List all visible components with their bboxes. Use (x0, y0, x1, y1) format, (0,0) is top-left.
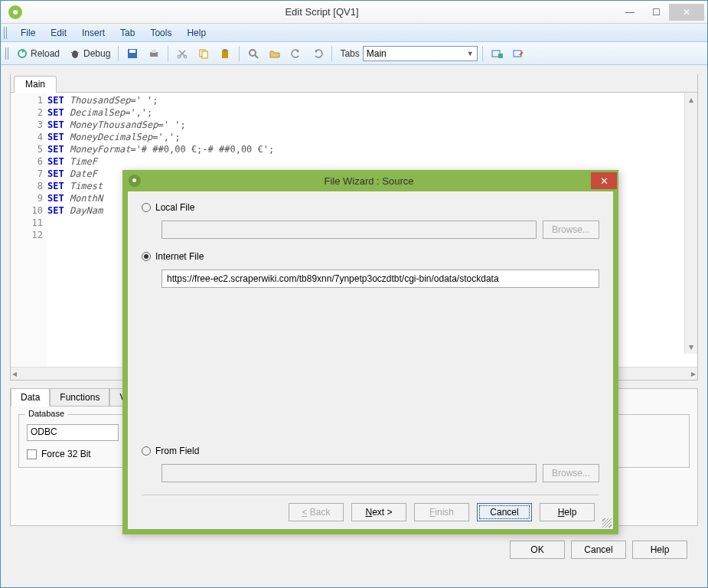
maximize-button[interactable]: ☐ (643, 4, 669, 21)
close-button[interactable]: ✕ (669, 4, 704, 21)
finish-button: Finish (414, 503, 469, 521)
radio-icon[interactable] (142, 203, 151, 212)
arrow-right-icon: ▸ (691, 368, 696, 379)
menubar: File Edit Insert Tab Tools Help (1, 24, 707, 42)
copy-icon (197, 47, 210, 60)
menu-help[interactable]: Help (179, 24, 214, 41)
toolbar-separator (168, 46, 168, 61)
dialog-footer: < Back Next > Finish Cancel Help (142, 495, 599, 526)
debug-label: Debug (83, 48, 110, 59)
redo-button[interactable] (308, 46, 327, 61)
save-button[interactable] (123, 46, 142, 61)
dialog-app-icon (129, 175, 141, 187)
tab-functions-label: Functions (60, 392, 100, 403)
radio-local-file[interactable]: Local File (142, 202, 599, 213)
debug-button[interactable]: Debug (66, 46, 113, 61)
tab-functions[interactable]: Functions (50, 388, 109, 407)
menu-tab[interactable]: Tab (113, 24, 142, 41)
local-browse-button: Browse... (543, 220, 599, 239)
radio-from-field[interactable]: From Field (142, 446, 599, 456)
toolbar-separator (239, 46, 240, 61)
toolbar-separator (482, 46, 483, 61)
tab-add-icon (491, 47, 503, 60)
paste-icon (219, 47, 231, 60)
menu-tools[interactable]: Tools (142, 24, 179, 41)
titlebar: Edit Script [QV1] — ☐ ✕ (1, 1, 707, 24)
internet-url-input[interactable] (162, 270, 599, 288)
save-icon (126, 47, 139, 60)
database-dropdown[interactable]: ODBC (27, 424, 119, 441)
from-field-label: From Field (155, 446, 199, 456)
file-wizard-dialog: File Wizard : Source ✕ Local File Browse… (122, 170, 618, 534)
internet-file-label: Internet File (155, 251, 204, 262)
arrow-left-icon: ◂ (12, 368, 17, 379)
svg-rect-17 (498, 54, 503, 58)
tab-main[interactable]: Main (14, 76, 57, 93)
undo-button[interactable] (287, 46, 305, 61)
paste-button[interactable] (216, 46, 234, 61)
menubar-grip (4, 27, 8, 39)
dialog-cancel-button[interactable]: Cancel (477, 503, 532, 521)
tab-data[interactable]: Data (11, 388, 50, 407)
toolbar-separator (118, 46, 119, 61)
from-field-input (162, 464, 537, 482)
database-legend: Database (25, 409, 67, 418)
radio-icon[interactable] (142, 252, 151, 261)
dialog-help-button[interactable]: Help (540, 503, 595, 521)
tab-settings-icon (512, 47, 524, 60)
search-icon (247, 47, 259, 60)
tab-add-button[interactable] (488, 46, 506, 61)
tabs-value: Main (367, 48, 387, 59)
line-numbers: 123456789101112 (26, 93, 47, 367)
local-file-label: Local File (155, 202, 194, 213)
ok-button[interactable]: OK (510, 541, 565, 559)
bug-icon (69, 47, 81, 60)
editor-tabs: Main (11, 74, 697, 93)
vertical-scrollbar[interactable]: ▴▾ (684, 93, 697, 354)
tabs-dropdown[interactable]: Main ▼ (363, 46, 478, 61)
next-button[interactable]: Next > (351, 503, 406, 521)
copy-button[interactable] (194, 46, 213, 61)
from-field-browse-button: Browse... (543, 464, 599, 482)
menu-file[interactable]: File (13, 24, 43, 41)
menu-edit[interactable]: Edit (43, 24, 74, 41)
cut-icon (176, 47, 188, 60)
reload-icon (16, 47, 28, 60)
toolbar-grip (5, 47, 10, 60)
force32-label: Force 32 Bit (41, 449, 91, 459)
svg-rect-13 (223, 49, 227, 51)
menu-insert[interactable]: Insert (74, 24, 113, 41)
dialog-body: Local File Browse... Internet File From … (128, 191, 613, 529)
gutter-icons (11, 93, 26, 367)
app-icon (8, 5, 22, 19)
svg-point-1 (72, 51, 78, 58)
undo-icon (290, 47, 302, 60)
dialog-close-button[interactable]: ✕ (591, 172, 617, 189)
arrow-down-icon: ▾ (689, 341, 693, 352)
window-title: Edit Script [QV1] (27, 6, 617, 18)
print-icon (148, 47, 160, 60)
open-folder-button[interactable] (266, 46, 284, 61)
resize-grip-icon[interactable] (602, 518, 612, 528)
svg-rect-18 (514, 51, 521, 57)
toolbar: Reload Debug Tabs Main ▼ (1, 42, 707, 65)
radio-internet-file[interactable]: Internet File (142, 251, 599, 262)
radio-icon[interactable] (142, 446, 151, 456)
tabs-label: Tabs (340, 48, 359, 59)
arrow-up-icon: ▴ (689, 94, 693, 105)
cancel-button[interactable]: Cancel (571, 541, 626, 559)
reload-label: Reload (31, 48, 60, 59)
reload-button[interactable]: Reload (13, 46, 63, 61)
minimize-button[interactable]: — (617, 4, 643, 21)
help-button[interactable]: Help (632, 541, 687, 559)
cut-button[interactable] (173, 46, 191, 61)
checkbox-icon[interactable] (27, 449, 37, 459)
dialog-title: File Wizard : Source (147, 175, 591, 187)
tab-main-label: Main (25, 79, 45, 90)
svg-point-14 (250, 50, 256, 56)
dialog-titlebar: File Wizard : Source ✕ (122, 170, 618, 191)
print-button[interactable] (145, 46, 163, 61)
search-button[interactable] (244, 46, 263, 61)
footer: OK Cancel Help (10, 534, 698, 566)
tab-settings-button[interactable] (509, 46, 527, 61)
